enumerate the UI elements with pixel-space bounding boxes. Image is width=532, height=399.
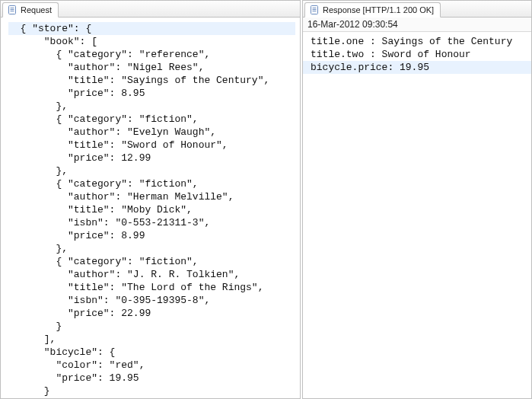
tab-response[interactable]: Response [HTTP/1.1 200 OK] xyxy=(304,2,441,18)
code-line: "price": 8.95 xyxy=(8,87,295,100)
response-tab-bar: Response [HTTP/1.1 200 OK] xyxy=(303,1,531,18)
code-line: "title": "Moby Dick", xyxy=(8,203,295,216)
document-icon xyxy=(7,5,18,15)
code-line: "title": "The Lord of the Rings", xyxy=(8,281,295,294)
code-line: }, xyxy=(8,242,295,255)
code-line: } xyxy=(8,397,295,398)
response-line: title.one : Sayings of the Century xyxy=(303,35,531,48)
code-line: } xyxy=(8,320,295,333)
code-line: "author": "Evelyn Waugh", xyxy=(8,126,295,139)
code-line: { "store": { xyxy=(8,22,295,35)
code-line: { "category": "fiction", xyxy=(8,177,295,190)
code-line: { "category": "reference", xyxy=(8,48,295,61)
code-line: "bicycle": { xyxy=(8,346,295,359)
code-line: "price": 12.99 xyxy=(8,152,295,164)
request-tab-bar: Request xyxy=(1,1,300,18)
code-line: "price": 19.95 xyxy=(8,372,295,385)
code-line: "title": "Sword of Honour", xyxy=(8,139,295,152)
document-icon xyxy=(309,5,320,15)
request-panel: Request { "store": { "book": [ { "catego… xyxy=(0,0,301,399)
code-line: { "category": "fiction", xyxy=(8,255,295,268)
response-timestamp: 16-Mar-2012 09:30:54 xyxy=(303,18,531,32)
code-line: "isbn": "0-395-19395-8", xyxy=(8,294,295,307)
response-line: title.two : Sword of Honour xyxy=(303,48,531,61)
code-line: "book": [ xyxy=(8,35,295,48)
response-tab-label: Response [HTTP/1.1 200 OK] xyxy=(323,5,434,14)
code-line: } xyxy=(8,385,295,397)
code-line: }, xyxy=(8,164,295,177)
code-line: }, xyxy=(8,100,295,113)
code-line: "author": "Herman Melville", xyxy=(8,190,295,203)
code-line: "price": 8.99 xyxy=(8,229,295,242)
code-line: "color": "red", xyxy=(8,359,295,372)
code-line: "author": "J. R. R. Tolkien", xyxy=(8,268,295,281)
response-line: bicycle.price: 19.95 xyxy=(303,61,531,74)
code-line: "price": 22.99 xyxy=(8,307,295,320)
code-line: { "category": "fiction", xyxy=(8,113,295,126)
code-line: ], xyxy=(8,333,295,346)
request-content[interactable]: { "store": { "book": [ { "category": "re… xyxy=(1,18,300,398)
request-tab-label: Request xyxy=(21,5,52,14)
tab-request[interactable]: Request xyxy=(2,2,59,18)
response-panel: Response [HTTP/1.1 200 OK] 16-Mar-2012 0… xyxy=(302,0,532,399)
response-content[interactable]: title.one : Sayings of the Centurytitle.… xyxy=(303,32,531,398)
code-line: "author": "Nigel Rees", xyxy=(8,61,295,74)
code-line: "isbn": "0-553-21311-3", xyxy=(8,216,295,229)
code-line: "title": "Sayings of the Century", xyxy=(8,74,295,87)
